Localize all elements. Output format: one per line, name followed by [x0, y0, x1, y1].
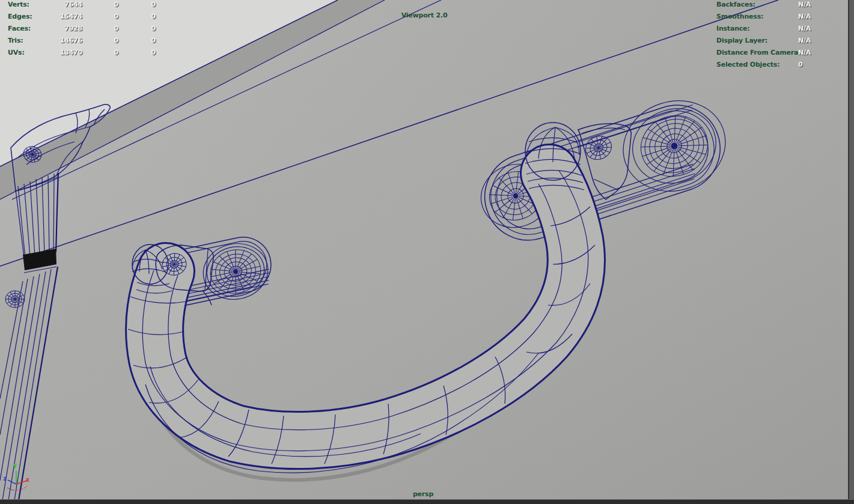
panel-border-bottom	[0, 499, 854, 504]
y-axis-label: y	[13, 462, 17, 469]
x-axis-label: x	[26, 476, 29, 483]
panel-border-right	[848, 0, 854, 504]
z-axis-label: z	[3, 475, 7, 482]
viewport-canvas[interactable]	[0, 0, 854, 504]
maya-viewport-panel[interactable]: Verts: 7644 0 0 Edges: 15474 0 0 Faces: …	[0, 0, 854, 504]
